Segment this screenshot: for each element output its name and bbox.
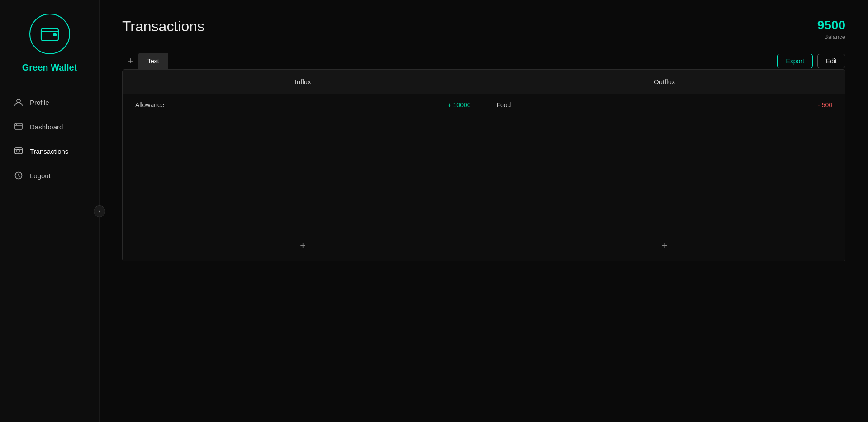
dashboard-icon	[14, 122, 24, 132]
table-body: Allowance + 10000 Food - 500	[123, 94, 845, 230]
add-influx-button[interactable]: +	[295, 237, 311, 254]
sidebar-item-dashboard[interactable]: Dashboard	[5, 115, 95, 138]
add-outflux-button[interactable]: +	[656, 237, 673, 254]
outflux-column: Food - 500	[484, 94, 845, 230]
svg-rect-1	[53, 33, 57, 36]
export-button[interactable]: Export	[777, 54, 812, 68]
main-content: Transactions 9500 Balance + Test Export …	[100, 0, 868, 422]
logo-circle	[29, 14, 70, 54]
sidebar-item-logout-label: Logout	[30, 172, 51, 180]
table-row: Food - 500	[484, 94, 845, 116]
svg-rect-3	[15, 123, 22, 129]
balance-block: 9500 Balance	[817, 18, 845, 40]
sidebar-collapse-toggle[interactable]: ‹	[94, 205, 105, 217]
table-footer: + +	[123, 230, 845, 261]
table-headers: Influx Outflux	[123, 70, 845, 94]
table-row: Allowance + 10000	[123, 94, 484, 116]
page-title: Transactions	[122, 18, 204, 35]
influx-footer: +	[123, 230, 484, 261]
outflux-item-amount: - 500	[818, 101, 832, 109]
wallet-icon	[38, 23, 61, 45]
add-tab-button[interactable]: +	[122, 53, 138, 69]
influx-header: Influx	[123, 70, 484, 94]
influx-column: Allowance + 10000	[123, 94, 484, 230]
sidebar-item-profile[interactable]: Profile	[5, 91, 95, 114]
logout-icon	[14, 171, 24, 180]
outflux-empty-space	[484, 116, 845, 225]
sidebar-item-transactions-label: Transactions	[30, 147, 68, 155]
influx-item-amount: + 10000	[448, 101, 471, 109]
svg-rect-5	[15, 148, 22, 154]
sidebar-item-logout[interactable]: Logout	[5, 164, 95, 187]
outflux-item-name: Food	[497, 101, 511, 109]
transactions-table: Influx Outflux Allowance + 10000 Food - …	[122, 69, 845, 261]
svg-point-2	[17, 99, 20, 103]
influx-empty-space	[123, 116, 484, 225]
edit-button[interactable]: Edit	[817, 54, 845, 68]
outflux-footer: +	[484, 230, 845, 261]
influx-item-name: Allowance	[135, 101, 164, 109]
profile-icon	[14, 97, 24, 107]
action-buttons: Export Edit	[777, 54, 845, 68]
tab-test[interactable]: Test	[138, 53, 168, 69]
tab-controls: + Test Export Edit	[122, 53, 845, 69]
sidebar-item-transactions[interactable]: Transactions	[5, 140, 95, 162]
balance-amount: 9500	[817, 18, 845, 33]
svg-point-4	[16, 124, 17, 125]
header-row: Transactions 9500 Balance	[122, 18, 845, 40]
nav-list: Profile Dashboard Transactions	[0, 91, 99, 189]
balance-label: Balance	[817, 33, 845, 40]
app-title: Green Wallet	[22, 62, 77, 73]
outflux-header: Outflux	[484, 70, 845, 94]
sidebar-item-dashboard-label: Dashboard	[30, 123, 63, 131]
sidebar: Green Wallet Profile Dashboard	[0, 0, 100, 422]
sidebar-item-profile-label: Profile	[30, 99, 49, 106]
transactions-icon	[14, 146, 24, 156]
